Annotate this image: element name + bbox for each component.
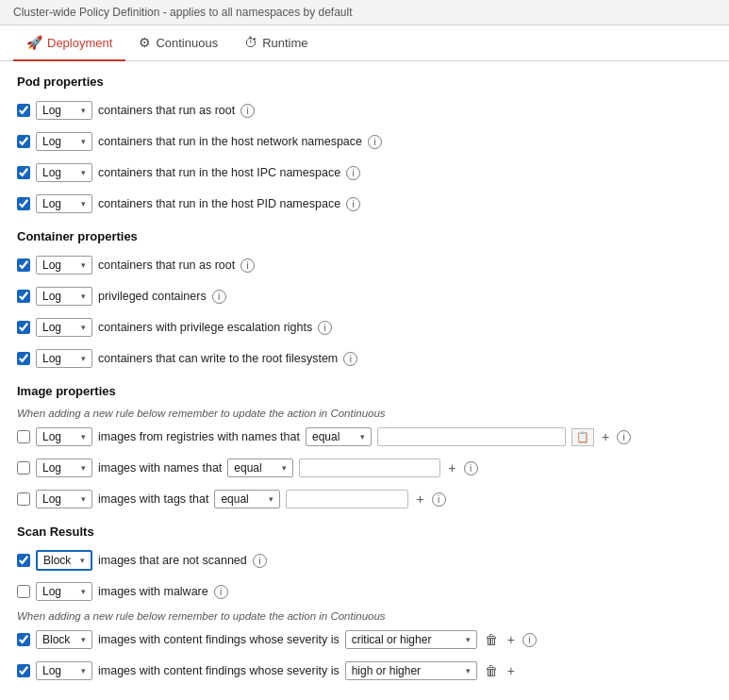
image-registry-add-button[interactable]: +	[600, 428, 611, 445]
pod-host-ipc-action[interactable]: Log▾	[36, 163, 92, 182]
container-properties-title: Container properties	[17, 229, 712, 243]
info-icon[interactable]: i	[253, 554, 267, 568]
info-icon[interactable]: i	[346, 197, 360, 211]
image-registry-checkbox[interactable]	[17, 430, 30, 443]
scan-critical-severity-label: critical or higher	[352, 633, 432, 646]
image-registry-action[interactable]: Log▾	[36, 427, 92, 446]
list-item: Log▾ images with malware i	[17, 579, 712, 604]
pod-host-pid-checkbox[interactable]	[17, 197, 30, 210]
image-name-checkbox[interactable]	[17, 461, 30, 475]
container-run-as-root-checkbox[interactable]	[17, 258, 30, 272]
tab-runtime-label: Runtime	[262, 36, 307, 50]
list-item: Log▾ images from registries with names t…	[17, 425, 712, 449]
tab-deployment[interactable]: 🚀 Deployment	[13, 25, 125, 61]
info-icon[interactable]: i	[214, 585, 228, 599]
container-run-as-root-action[interactable]: Log▾	[36, 256, 92, 275]
tab-deployment-label: Deployment	[47, 36, 112, 50]
pod-host-ipc-checkbox[interactable]	[17, 166, 30, 179]
info-icon[interactable]: i	[432, 492, 446, 507]
runtime-icon: ⏱	[244, 35, 257, 50]
info-icon[interactable]: i	[240, 258, 255, 273]
scan-critical-add-button[interactable]: +	[505, 631, 517, 648]
image-registry-value[interactable]	[377, 427, 566, 446]
image-tag-checkbox[interactable]	[17, 492, 30, 506]
paste-icon[interactable]: 📋	[572, 428, 594, 446]
pod-host-pid-action[interactable]: Log▾	[36, 194, 92, 213]
scan-critical-checkbox[interactable]	[17, 633, 30, 646]
info-icon[interactable]: i	[212, 290, 226, 304]
image-name-value[interactable]	[299, 458, 440, 477]
info-icon[interactable]: i	[346, 166, 360, 180]
scan-high-add-button[interactable]: +	[505, 662, 517, 679]
pod-host-network-checkbox[interactable]	[17, 135, 30, 148]
caret-icon: ▾	[466, 666, 471, 675]
container-privileged-action[interactable]: Log▾	[36, 287, 92, 306]
scan-high-severity[interactable]: high or higher ▾	[345, 661, 477, 680]
image-tag-action[interactable]: Log▾	[36, 490, 92, 508]
list-item: Block▾ images with content findings whos…	[17, 627, 712, 652]
list-item: Log▾ images with content findings whose …	[17, 658, 712, 683]
scan-critical-severity[interactable]: critical or higher ▾	[345, 630, 477, 649]
scan-high-severity-label: high or higher	[352, 664, 421, 677]
list-item: Log▾ images with names that equal▾ + i	[17, 456, 712, 480]
info-icon[interactable]: i	[617, 430, 631, 444]
image-name-action[interactable]: Log▾	[36, 458, 92, 477]
image-properties-title: Image properties	[17, 384, 712, 398]
scan-high-action[interactable]: Log▾	[36, 661, 92, 680]
list-item: Log▾ privileged containers i	[17, 284, 712, 308]
list-item: Log▾ containers that can write to the ro…	[17, 346, 712, 371]
image-properties-note: When adding a new rule below remember to…	[17, 408, 712, 419]
scan-critical-delete-button[interactable]: 🗑	[483, 631, 500, 648]
info-icon[interactable]: i	[368, 135, 382, 149]
pod-run-as-root-checkbox[interactable]	[17, 104, 30, 117]
container-privileged-checkbox[interactable]	[17, 290, 30, 303]
pod-host-network-action[interactable]: Log▾	[36, 132, 92, 151]
image-registry-condition[interactable]: equal▾	[306, 427, 372, 446]
tab-continuous[interactable]: ⚙ Continuous	[125, 25, 231, 61]
container-root-fs-checkbox[interactable]	[17, 352, 30, 365]
tab-continuous-label: Continuous	[156, 36, 218, 50]
scan-malware-action[interactable]: Log▾	[36, 582, 92, 601]
image-name-add-button[interactable]: +	[446, 459, 457, 476]
list-item: Log▾ containers that run in the host net…	[17, 129, 712, 154]
list-item: Log▾ containers that run in the host PID…	[17, 192, 712, 216]
scan-not-scanned-action[interactable]: Block▾	[36, 550, 92, 571]
scan-high-delete-button[interactable]: 🗑	[483, 662, 500, 679]
image-tag-condition[interactable]: equal▾	[214, 490, 280, 508]
list-item: Block▾ images that are not scanned i	[17, 548, 712, 573]
info-icon[interactable]: i	[464, 461, 478, 475]
list-item: Log▾ containers that run as root i	[17, 253, 712, 277]
info-icon[interactable]: i	[343, 352, 357, 366]
container-root-fs-action[interactable]: Log▾	[36, 349, 92, 368]
scan-critical-action[interactable]: Block▾	[36, 630, 92, 649]
caret-icon: ▾	[466, 635, 471, 644]
pod-properties-title: Pod properties	[17, 75, 712, 89]
image-tag-add-button[interactable]: +	[414, 491, 425, 508]
image-name-condition[interactable]: equal▾	[227, 458, 293, 477]
image-tag-value[interactable]	[286, 490, 408, 508]
list-item: Log▾ images with tags that equal▾ + i	[17, 487, 712, 511]
scan-not-scanned-checkbox[interactable]	[17, 554, 30, 567]
main-content: Pod properties Log▾ containers that run …	[0, 61, 729, 700]
container-priv-escalation-action[interactable]: Log▾	[36, 318, 92, 337]
page-subtitle: - applies to all namespaces by default	[163, 6, 353, 19]
info-icon[interactable]: i	[318, 321, 332, 335]
scan-high-checkbox[interactable]	[17, 664, 30, 677]
tab-bar: 🚀 Deployment ⚙ Continuous ⏱ Runtime	[0, 25, 729, 61]
info-icon[interactable]: i	[522, 633, 537, 647]
list-item: Log▾ containers that run as root i	[17, 98, 712, 123]
list-item: Log▾ containers that run in the host IPC…	[17, 160, 712, 185]
list-item: Log▾ containers with privilege escalatio…	[17, 315, 712, 340]
container-priv-escalation-checkbox[interactable]	[17, 321, 30, 334]
scan-results-title: Scan Results	[17, 525, 712, 539]
scan-results-note: When adding a new rule below remember to…	[17, 610, 712, 622]
continuous-icon: ⚙	[139, 35, 151, 50]
deployment-icon: 🚀	[26, 35, 42, 50]
scan-malware-checkbox[interactable]	[17, 585, 30, 598]
page-header: Cluster-wide Policy Definition - applies…	[0, 0, 729, 25]
pod-run-as-root-action[interactable]: Log▾	[36, 101, 92, 120]
tab-runtime[interactable]: ⏱ Runtime	[231, 25, 321, 61]
page-title: Cluster-wide Policy Definition	[13, 6, 159, 19]
info-icon[interactable]: i	[240, 104, 255, 118]
